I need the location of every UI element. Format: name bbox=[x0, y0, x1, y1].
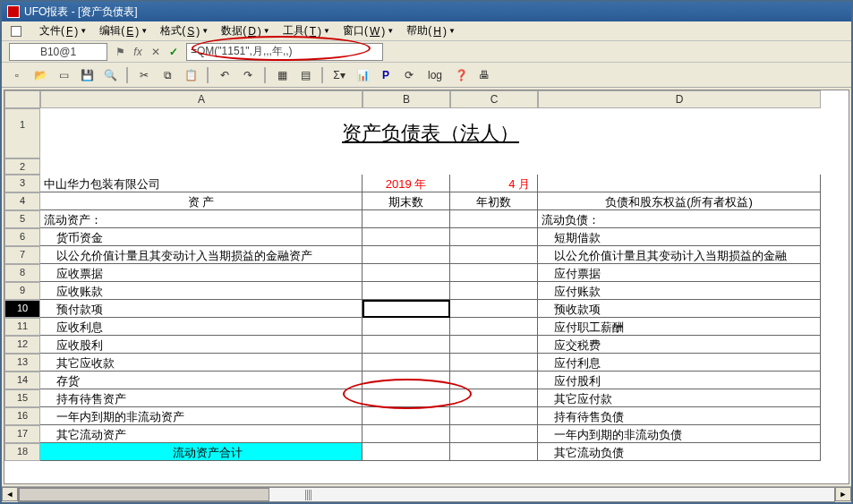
cell-b8[interactable] bbox=[363, 264, 450, 282]
cell-a8[interactable]: 应收票据 bbox=[40, 264, 363, 282]
cell-d8[interactable]: 应付票据 bbox=[538, 264, 821, 282]
cell-d14[interactable]: 应付股利 bbox=[538, 372, 821, 389]
col-header-b[interactable]: B bbox=[363, 90, 450, 108]
cell-a17[interactable]: 其它流动资产 bbox=[40, 425, 363, 443]
scroll-thumb[interactable] bbox=[19, 488, 269, 501]
cell-d13[interactable]: 应付利息 bbox=[538, 354, 821, 372]
cell-a13[interactable]: 其它应收款 bbox=[40, 354, 363, 372]
refresh-icon[interactable]: ⟳ bbox=[399, 65, 419, 85]
help-icon[interactable]: ❓ bbox=[451, 65, 471, 85]
undo-icon[interactable]: ↶ bbox=[215, 65, 235, 85]
row-header-8[interactable]: 8 bbox=[4, 264, 40, 282]
cell-a10[interactable]: 预付款项 bbox=[40, 300, 363, 318]
col-header-d[interactable]: D bbox=[538, 90, 821, 108]
row-header-10[interactable]: 10 bbox=[4, 300, 40, 318]
row-header-14[interactable]: 14 bbox=[4, 372, 40, 389]
cell-c10[interactable] bbox=[450, 300, 538, 318]
p-icon[interactable]: P bbox=[376, 65, 396, 85]
menu-f[interactable]: 文件(F) ▼ bbox=[34, 21, 92, 40]
cell-c13[interactable] bbox=[450, 354, 538, 372]
cell-b13[interactable] bbox=[363, 354, 450, 372]
cell-d16[interactable]: 持有待售负债 bbox=[538, 407, 821, 425]
cell-c5[interactable] bbox=[450, 210, 538, 228]
row-header-16[interactable]: 16 bbox=[4, 407, 40, 425]
open-icon[interactable]: 📂 bbox=[30, 65, 50, 85]
col-header-a[interactable]: A bbox=[40, 90, 363, 108]
paste-icon[interactable]: 📋 bbox=[181, 65, 200, 85]
cell-d15[interactable]: 其它应付款 bbox=[538, 389, 821, 407]
cell-d10[interactable]: 预收款项 bbox=[538, 300, 821, 318]
scroll-right-icon[interactable]: ► bbox=[835, 487, 851, 501]
menu-s[interactable]: 格式(S) ▼ bbox=[155, 21, 214, 40]
search-icon[interactable]: 🔍 bbox=[100, 65, 120, 85]
cell-b14[interactable] bbox=[363, 372, 450, 389]
redo-icon[interactable]: ↷ bbox=[238, 65, 258, 85]
grid1-icon[interactable]: ▦ bbox=[272, 65, 292, 85]
cell-a14[interactable]: 存货 bbox=[40, 372, 363, 389]
row-header-6[interactable]: 6 bbox=[4, 228, 40, 246]
sigma-icon[interactable]: Σ▾ bbox=[329, 65, 349, 85]
menu-e[interactable]: 编辑(E) ▼ bbox=[94, 21, 153, 40]
row-header-4[interactable]: 4 bbox=[4, 192, 40, 210]
cell-d5[interactable]: 流动负债： bbox=[538, 210, 821, 228]
new-icon[interactable]: ▫ bbox=[7, 65, 27, 85]
fx-icon[interactable]: fx bbox=[131, 46, 145, 58]
row-header-13[interactable]: 13 bbox=[4, 354, 40, 372]
cell-a18[interactable]: 流动资产合计 bbox=[40, 443, 363, 461]
row-header-2[interactable]: 2 bbox=[4, 158, 40, 175]
cell-c12[interactable] bbox=[450, 336, 538, 354]
horizontal-scrollbar[interactable]: ◄ ► bbox=[2, 486, 851, 502]
cell-c6[interactable] bbox=[450, 228, 538, 246]
cell-d12[interactable]: 应交税费 bbox=[538, 336, 821, 354]
cell-a7[interactable]: 以公允价值计量且其变动计入当期损益的金融资产 bbox=[40, 246, 363, 264]
cell-d6[interactable]: 短期借款 bbox=[538, 228, 821, 246]
cell-b5[interactable] bbox=[363, 210, 450, 228]
cell-d17[interactable]: 一年内到期的非流动负债 bbox=[538, 425, 821, 443]
cancel-icon[interactable]: ✕ bbox=[149, 46, 163, 58]
row-header-7[interactable]: 7 bbox=[4, 246, 40, 264]
copy-icon[interactable]: ⧉ bbox=[158, 65, 177, 85]
menu-t[interactable]: 工具(T) ▼ bbox=[277, 21, 336, 40]
flag-icon[interactable]: ⚑ bbox=[113, 46, 127, 58]
cell-b18[interactable] bbox=[363, 443, 450, 461]
row-header-17[interactable]: 17 bbox=[4, 425, 40, 443]
cell-b17[interactable] bbox=[363, 425, 450, 443]
row-header-15[interactable]: 15 bbox=[4, 389, 40, 407]
cell-c8[interactable] bbox=[450, 264, 538, 282]
scroll-track[interactable] bbox=[18, 487, 835, 502]
cell-reference-box[interactable]: B10@1 bbox=[9, 43, 107, 61]
cell-c17[interactable] bbox=[450, 425, 538, 443]
col-header-c[interactable]: C bbox=[450, 90, 538, 108]
log-icon[interactable]: log bbox=[422, 65, 448, 85]
confirm-icon[interactable]: ✓ bbox=[166, 46, 181, 58]
cell-c18[interactable] bbox=[450, 443, 538, 461]
menu-d[interactable]: 数据(D) ▼ bbox=[216, 21, 276, 40]
scroll-left-icon[interactable]: ◄ bbox=[2, 487, 18, 501]
cell-b12[interactable] bbox=[363, 336, 450, 354]
cell-a12[interactable]: 应收股利 bbox=[40, 336, 363, 354]
formula-input[interactable]: =QM("1151",月,,,年,,) bbox=[186, 43, 383, 61]
spreadsheet-area[interactable]: A B C D 1 资产负债表（法人） 2 3 中山华力包装有限公司 2019 … bbox=[4, 90, 849, 484]
cell-b10[interactable] bbox=[363, 300, 450, 318]
cell-a11[interactable]: 应收利息 bbox=[40, 318, 363, 336]
cell-c11[interactable] bbox=[450, 318, 538, 336]
cell-a5[interactable]: 流动资产： bbox=[40, 210, 363, 228]
cell-c15[interactable] bbox=[450, 389, 538, 407]
cell-b9[interactable] bbox=[363, 282, 450, 300]
cell-c7[interactable] bbox=[450, 246, 538, 264]
row-header-12[interactable]: 12 bbox=[4, 336, 40, 354]
cell-b16[interactable] bbox=[363, 407, 450, 425]
row-header-18[interactable]: 18 bbox=[4, 443, 40, 461]
cell-b11[interactable] bbox=[363, 318, 450, 336]
cell-b7[interactable] bbox=[363, 246, 450, 264]
row-header-3[interactable]: 3 bbox=[4, 175, 40, 192]
cell-d18[interactable]: 其它流动负债 bbox=[538, 443, 821, 461]
cut-icon[interactable]: ✂ bbox=[134, 65, 154, 85]
cell-a16[interactable]: 一年内到期的非流动资产 bbox=[40, 407, 363, 425]
save-icon[interactable]: 💾 bbox=[77, 65, 97, 85]
cell-a9[interactable]: 应收账款 bbox=[40, 282, 363, 300]
cell-c9[interactable] bbox=[450, 282, 538, 300]
menu-h[interactable]: 帮助(H) ▼ bbox=[401, 21, 461, 40]
doc-icon2[interactable]: ▭ bbox=[54, 65, 73, 85]
row-header-1[interactable]: 1 bbox=[4, 108, 40, 158]
